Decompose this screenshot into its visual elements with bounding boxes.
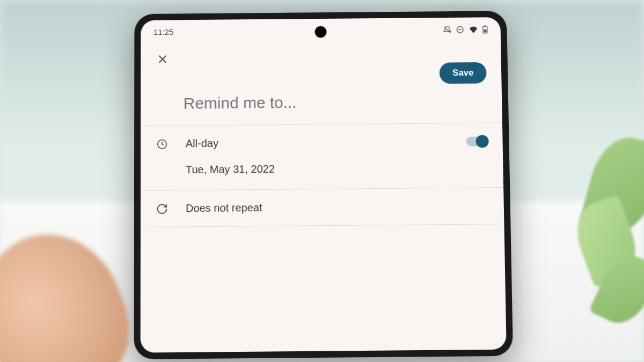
clock-icon: [156, 138, 169, 150]
repeat-label: Does not repeat: [186, 200, 489, 215]
save-button[interactable]: Save: [440, 62, 487, 84]
all-day-label: All-day: [186, 135, 449, 150]
plant-decoration: [558, 115, 644, 330]
battery-icon: [482, 25, 488, 34]
do-not-disturb-icon: [456, 25, 464, 34]
all-day-toggle[interactable]: [466, 136, 488, 146]
phone-screen: 11:25: [141, 17, 507, 353]
close-button[interactable]: [153, 50, 172, 68]
toggle-knob: [475, 135, 488, 147]
status-time: 11:25: [153, 27, 173, 36]
repeat-row[interactable]: Does not repeat: [141, 188, 504, 227]
svg-rect-5: [484, 29, 486, 32]
date-label: Tue, May 31, 2022: [186, 163, 275, 175]
repeat-icon: [156, 203, 169, 215]
camera-hole: [315, 26, 327, 38]
wifi-icon: [469, 26, 478, 33]
notifications-off-icon: [443, 25, 451, 34]
date-row[interactable]: Tue, May 31, 2022: [141, 159, 503, 190]
status-icons: [443, 25, 488, 34]
reminder-title-input[interactable]: [141, 83, 502, 125]
phone-frame: 11:25: [134, 11, 514, 359]
all-day-row[interactable]: All-day: [141, 123, 503, 162]
close-icon: [157, 53, 169, 65]
save-row: Save: [141, 62, 501, 86]
svg-rect-4: [484, 25, 486, 26]
